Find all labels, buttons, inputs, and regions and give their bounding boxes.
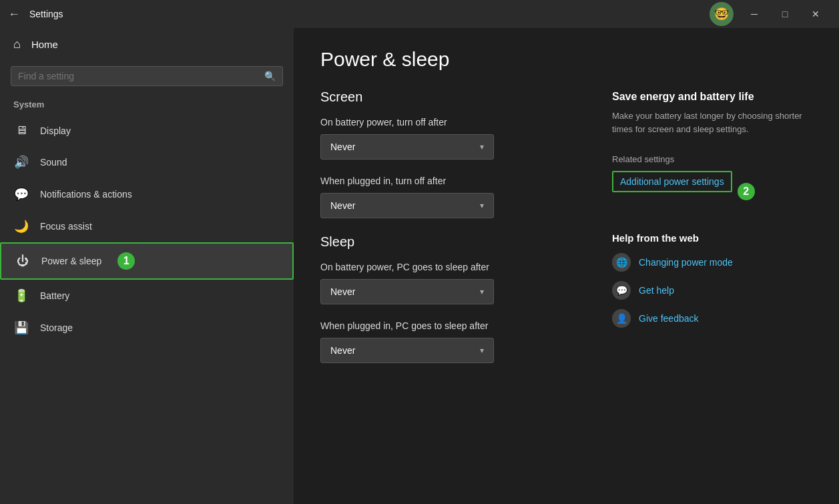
screen-section-title: Screen — [320, 89, 572, 105]
save-energy-text: Make your battery last longer by choosin… — [612, 109, 812, 136]
sidebar-item-home[interactable]: ⌂ Home — [0, 28, 294, 61]
battery-screen-label: On battery power, turn off after — [320, 117, 572, 128]
get-help-label: Get help — [639, 285, 674, 296]
changing-power-label: Changing power mode — [639, 257, 733, 268]
sidebar-item-focus[interactable]: 🌙 Focus assist — [0, 210, 294, 242]
give-feedback-link[interactable]: 👤 Give feedback — [612, 309, 812, 328]
content-area: Power & sleep Screen On battery power, t… — [294, 28, 839, 504]
sleep-section: Sleep On battery power, PC goes to sleep… — [320, 234, 572, 363]
notifications-icon: 💬 — [13, 187, 29, 202]
sidebar-item-storage[interactable]: 💾 Storage — [0, 312, 294, 344]
changing-power-mode-link[interactable]: 🌐 Changing power mode — [612, 253, 812, 272]
home-icon: ⌂ — [13, 37, 21, 51]
storage-icon: 💾 — [13, 320, 29, 335]
annotation-2: 2 — [738, 183, 755, 200]
system-section-title: System — [0, 95, 294, 115]
plugged-sleep-label: When plugged in, PC goes to sleep after — [320, 320, 572, 331]
get-help-link[interactable]: 💬 Get help — [612, 281, 812, 300]
back-button[interactable]: ← — [8, 7, 20, 21]
battery-screen-value: Never — [330, 142, 355, 152]
right-panel: Save energy and battery life Make your b… — [612, 48, 812, 484]
feedback-icon: 👤 — [612, 309, 631, 328]
sidebar-item-label: Notifications & actions — [40, 189, 132, 200]
sidebar-item-label: Display — [40, 125, 71, 136]
sidebar-item-label: Focus assist — [40, 221, 92, 232]
page-title: Power & sleep — [320, 48, 572, 71]
sidebar-item-label: Power & sleep — [41, 256, 101, 266]
app-body: ⌂ Home 🔍 System 🖥 Display 🔊 Sound 💬 Noti… — [0, 28, 839, 504]
chevron-down-icon: ▾ — [480, 201, 484, 210]
chevron-down-icon: ▾ — [480, 142, 484, 152]
home-label: Home — [31, 39, 58, 50]
sound-icon: 🔊 — [13, 155, 29, 170]
plugged-screen-dropdown[interactable]: Never ▾ — [320, 193, 494, 218]
search-box[interactable]: 🔍 — [11, 66, 283, 86]
minimize-button[interactable]: ─ — [739, 3, 770, 25]
sidebar-item-label: Battery — [40, 290, 69, 301]
battery-sleep-value: Never — [330, 286, 355, 297]
plugged-sleep-dropdown[interactable]: Never ▾ — [320, 338, 494, 363]
search-icon: 🔍 — [264, 71, 276, 81]
sidebar-item-battery[interactable]: 🔋 Battery — [0, 280, 294, 312]
battery-sleep-label: On battery power, PC goes to sleep after — [320, 262, 572, 272]
related-settings-title: Related settings — [612, 154, 812, 164]
help-from-web-title: Help from the web — [612, 232, 812, 244]
plugged-screen-label: When plugged in, turn off after — [320, 176, 572, 186]
power-icon: ⏻ — [15, 254, 31, 268]
chevron-down-icon: ▾ — [480, 346, 484, 355]
sidebar-item-power[interactable]: ⏻ Power & sleep 1 — [0, 242, 294, 280]
save-energy-title: Save energy and battery life — [612, 91, 812, 103]
battery-icon: 🔋 — [13, 288, 29, 303]
focus-icon: 🌙 — [13, 219, 29, 234]
search-input[interactable] — [18, 71, 259, 81]
web-icon: 🌐 — [612, 253, 631, 272]
sidebar-item-display[interactable]: 🖥 Display — [0, 115, 294, 146]
additional-power-settings-link[interactable]: Additional power settings — [612, 171, 732, 192]
app-title: Settings — [29, 9, 710, 19]
sidebar-item-notifications[interactable]: 💬 Notifications & actions — [0, 178, 294, 210]
close-button[interactable]: ✕ — [800, 3, 831, 25]
battery-screen-dropdown[interactable]: Never ▾ — [320, 134, 494, 160]
titlebar: ← Settings 🤓 ─ □ ✕ — [0, 0, 839, 28]
main-panel: Power & sleep Screen On battery power, t… — [320, 48, 572, 484]
sleep-section-title: Sleep — [320, 234, 572, 250]
maximize-button[interactable]: □ — [770, 3, 800, 25]
sidebar: ⌂ Home 🔍 System 🖥 Display 🔊 Sound 💬 Noti… — [0, 28, 294, 504]
avatar: 🤓 — [710, 2, 734, 26]
annotation-1: 1 — [117, 252, 135, 270]
help-icon: 💬 — [612, 281, 631, 300]
sidebar-item-label: Sound — [40, 157, 67, 168]
give-feedback-label: Give feedback — [639, 313, 699, 324]
sidebar-item-label: Storage — [40, 322, 73, 333]
chevron-down-icon: ▾ — [480, 287, 484, 296]
plugged-screen-value: Never — [330, 200, 355, 211]
sidebar-item-sound[interactable]: 🔊 Sound — [0, 146, 294, 178]
display-icon: 🖥 — [13, 123, 29, 138]
plugged-sleep-value: Never — [330, 345, 355, 356]
battery-sleep-dropdown[interactable]: Never ▾ — [320, 279, 494, 304]
